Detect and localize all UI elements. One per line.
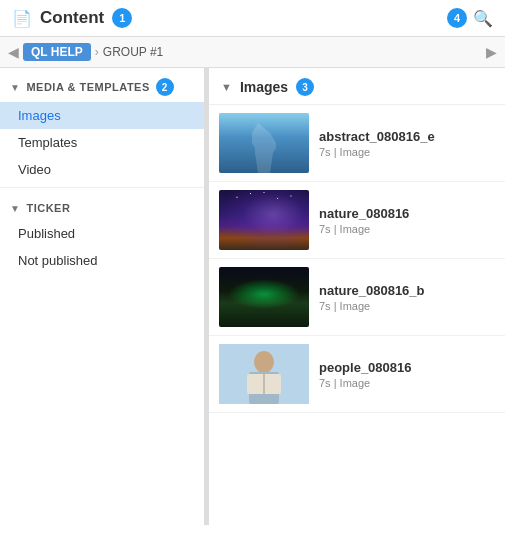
- image-meta-people: 7s | Image: [319, 377, 495, 389]
- section2-label: TICKER: [26, 202, 70, 214]
- content-header-arrow: ▼: [221, 81, 232, 93]
- main-layout: ▼ MEDIA & TEMPLATES 2 Images Templates V…: [0, 68, 505, 525]
- image-thumb-abstract: [219, 113, 309, 173]
- content-icon: 📄: [12, 9, 32, 28]
- search-icon[interactable]: 🔍: [473, 9, 493, 28]
- header-right: 4 🔍: [447, 8, 493, 28]
- breadcrumb-ql-help[interactable]: QL HELP: [23, 43, 91, 61]
- image-item-nature2[interactable]: nature_080816_b 7s | Image: [209, 259, 505, 336]
- image-name-nature2: nature_080816_b: [319, 283, 495, 298]
- section1-badge: 2: [156, 78, 174, 96]
- badge-4: 4: [447, 8, 467, 28]
- image-info-abstract: abstract_080816_e 7s | Image: [319, 129, 495, 158]
- image-list: abstract_080816_e 7s | Image: [209, 105, 505, 525]
- sidebar-section-media-templates[interactable]: ▼ MEDIA & TEMPLATES 2: [0, 68, 204, 102]
- breadcrumb-separator: ›: [95, 45, 99, 59]
- section2-arrow: ▼: [10, 203, 20, 214]
- image-info-people: people_080816 7s | Image: [319, 360, 495, 389]
- sidebar-item-published[interactable]: Published: [0, 220, 204, 247]
- header-title: Content: [40, 8, 104, 28]
- image-thumb-nature1: [219, 190, 309, 250]
- svg-point-1: [254, 351, 274, 373]
- content-panel: ▼ Images 3 abstract_080816_e 7s | Image: [209, 68, 505, 525]
- content-header-badge: 3: [296, 78, 314, 96]
- image-meta-nature2: 7s | Image: [319, 300, 495, 312]
- image-name-people: people_080816: [319, 360, 495, 375]
- sidebar-item-templates[interactable]: Templates: [0, 129, 204, 156]
- header-left: 📄 Content 1: [12, 8, 132, 28]
- sidebar-item-video[interactable]: Video: [0, 156, 204, 183]
- image-thumb-nature2: [219, 267, 309, 327]
- sidebar-section-ticker[interactable]: ▼ TICKER: [0, 192, 204, 220]
- badge-1: 1: [112, 8, 132, 28]
- sidebar-divider: [0, 187, 204, 188]
- section1-arrow: ▼: [10, 82, 20, 93]
- image-name-nature1: nature_080816: [319, 206, 495, 221]
- image-meta-abstract: 7s | Image: [319, 146, 495, 158]
- sidebar: ▼ MEDIA & TEMPLATES 2 Images Templates V…: [0, 68, 205, 525]
- header: 📄 Content 1 4 🔍: [0, 0, 505, 37]
- sidebar-item-images[interactable]: Images: [0, 102, 204, 129]
- content-header: ▼ Images 3: [209, 68, 505, 105]
- image-name-abstract: abstract_080816_e: [319, 129, 495, 144]
- image-info-nature1: nature_080816 7s | Image: [319, 206, 495, 235]
- image-meta-nature1: 7s | Image: [319, 223, 495, 235]
- image-item-abstract[interactable]: abstract_080816_e 7s | Image: [209, 105, 505, 182]
- image-item-nature1[interactable]: nature_080816 7s | Image: [209, 182, 505, 259]
- breadcrumb-group[interactable]: GROUP #1: [103, 45, 163, 59]
- breadcrumb: ◀ QL HELP › GROUP #1 ▶: [0, 37, 505, 68]
- breadcrumb-right-arrow[interactable]: ▶: [486, 44, 497, 60]
- sidebar-item-not-published[interactable]: Not published: [0, 247, 204, 274]
- breadcrumb-left-arrow[interactable]: ◀: [8, 44, 19, 60]
- image-thumb-people: [219, 344, 309, 404]
- section1-label: MEDIA & TEMPLATES: [26, 81, 149, 93]
- image-info-nature2: nature_080816_b 7s | Image: [319, 283, 495, 312]
- image-item-people[interactable]: people_080816 7s | Image: [209, 336, 505, 413]
- content-header-title: Images: [240, 79, 288, 95]
